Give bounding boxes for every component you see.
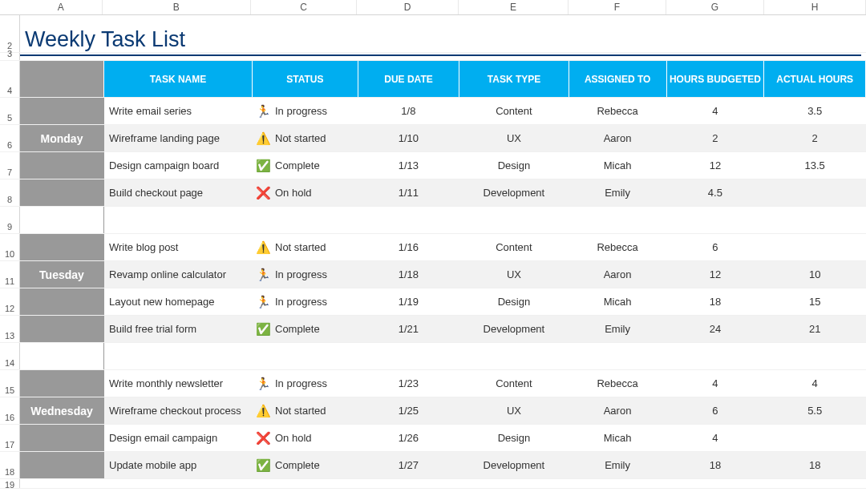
col-header-D[interactable]: D: [357, 0, 459, 14]
cell-assigned-to[interactable]: Micah: [569, 425, 667, 451]
cell-hours-budgeted[interactable]: 18: [666, 452, 764, 478]
cell-due-date[interactable]: 1/27: [358, 452, 460, 478]
row-number[interactable]: 13: [0, 316, 20, 342]
cell-task-type[interactable]: Content: [459, 370, 569, 397]
cell-task-name[interactable]: Update mobile app: [104, 452, 253, 478]
cell-assigned-to[interactable]: Emily: [569, 316, 667, 342]
cell-actual-hours[interactable]: 15: [764, 288, 866, 315]
col-header-E[interactable]: E: [459, 0, 569, 14]
cell-task-name[interactable]: Write email series: [104, 98, 253, 124]
cell-due-date[interactable]: 1/11: [358, 179, 460, 206]
cell-task-type[interactable]: Development: [459, 179, 569, 206]
cell-hours-budgeted[interactable]: 4: [666, 98, 764, 124]
cell-status[interactable]: In progress: [253, 288, 358, 315]
cell-assigned-to[interactable]: Micah: [569, 288, 667, 315]
cell-task-type[interactable]: UX: [459, 261, 569, 288]
cell-hours-budgeted[interactable]: 4: [666, 370, 764, 397]
row-number[interactable]: 17: [0, 425, 20, 451]
cell-task-type[interactable]: Design: [459, 425, 569, 451]
cell-hours-budgeted[interactable]: 4: [666, 425, 764, 451]
th-status[interactable]: STATUS: [253, 61, 358, 97]
cell-due-date[interactable]: 1/8: [358, 98, 460, 124]
cell-task-type[interactable]: Design: [459, 152, 569, 179]
cell-status[interactable]: Not started: [253, 234, 358, 260]
th-task-type[interactable]: TASK TYPE: [459, 61, 569, 97]
cell-status[interactable]: Complete: [253, 452, 358, 478]
cell-actual-hours[interactable]: 10: [764, 261, 866, 288]
row-number[interactable]: 2: [0, 15, 20, 52]
cell-task-type[interactable]: UX: [459, 125, 569, 151]
cell-task-name[interactable]: Design email campaign: [104, 425, 253, 451]
col-header-H[interactable]: H: [764, 0, 866, 14]
cell-status[interactable]: Complete: [253, 152, 358, 179]
row-number[interactable]: 10: [0, 234, 20, 260]
cell-hours-budgeted[interactable]: 18: [666, 288, 764, 315]
cell-assigned-to[interactable]: Emily: [569, 179, 667, 206]
cell-assigned-to[interactable]: Rebecca: [569, 370, 667, 397]
cell-hours-budgeted[interactable]: 6: [666, 234, 764, 260]
cell-task-type[interactable]: Content: [459, 234, 569, 260]
cell-status[interactable]: Not started: [253, 397, 358, 424]
cell-actual-hours[interactable]: 18: [764, 452, 866, 478]
col-header-B[interactable]: B: [103, 0, 252, 14]
row-number[interactable]: 6: [0, 125, 20, 151]
cell-actual-hours[interactable]: [764, 425, 866, 451]
cell-task-type[interactable]: Development: [459, 316, 569, 342]
cell-task-type[interactable]: UX: [459, 397, 569, 424]
row-number[interactable]: 7: [0, 152, 20, 179]
cell-assigned-to[interactable]: Rebecca: [569, 234, 667, 260]
cell-actual-hours[interactable]: 5.5: [764, 397, 866, 424]
cell-task-type[interactable]: Design: [459, 288, 569, 315]
row-number[interactable]: 14: [0, 343, 20, 369]
cell-status[interactable]: In progress: [253, 261, 358, 288]
cell-actual-hours[interactable]: 3.5: [764, 98, 866, 124]
col-header-C[interactable]: C: [251, 0, 357, 14]
cell-status[interactable]: On hold: [253, 179, 358, 206]
row-number[interactable]: 15: [0, 370, 20, 397]
cell-task-name[interactable]: Build free trial form: [104, 316, 253, 342]
row-number[interactable]: 3: [0, 53, 20, 60]
cell-task-name[interactable]: Wireframe landing page: [104, 125, 253, 151]
cell-assigned-to[interactable]: Emily: [569, 452, 667, 478]
row-number[interactable]: 4: [0, 61, 20, 97]
col-header-F[interactable]: F: [569, 0, 666, 14]
cell-task-name[interactable]: Write monthly newsletter: [104, 370, 253, 397]
cell-assigned-to[interactable]: Micah: [569, 152, 667, 179]
cell-actual-hours[interactable]: [764, 179, 866, 206]
cell-status[interactable]: Not started: [253, 125, 358, 151]
cell-due-date[interactable]: 1/10: [358, 125, 460, 151]
cell-actual-hours[interactable]: 4: [764, 370, 866, 397]
row-number[interactable]: 12: [0, 288, 20, 315]
cell-assigned-to[interactable]: Aaron: [569, 261, 667, 288]
cell-due-date[interactable]: 1/21: [358, 316, 460, 342]
cell-status[interactable]: On hold: [253, 425, 358, 451]
cell-task-name[interactable]: Revamp online calculator: [104, 261, 253, 288]
cell-due-date[interactable]: 1/26: [358, 425, 460, 451]
th-hours-budgeted[interactable]: HOURS BUDGETED: [667, 61, 765, 97]
th-assigned-to[interactable]: ASSIGNED TO: [569, 61, 667, 97]
cell-hours-budgeted[interactable]: 6: [666, 397, 764, 424]
cell-task-name[interactable]: Layout new homepage: [104, 288, 253, 315]
cell-hours-budgeted[interactable]: 2: [666, 125, 764, 151]
cell-actual-hours[interactable]: 13.5: [764, 152, 866, 179]
cell-due-date[interactable]: 1/13: [358, 152, 460, 179]
row-number[interactable]: 18: [0, 452, 20, 478]
col-header-A[interactable]: A: [20, 0, 103, 14]
cell-task-name[interactable]: Wireframe checkout process: [104, 397, 253, 424]
cell-actual-hours[interactable]: 2: [764, 125, 866, 151]
cell-status[interactable]: Complete: [253, 316, 358, 342]
th-due-date[interactable]: DUE DATE: [358, 61, 460, 97]
cell-due-date[interactable]: 1/18: [358, 261, 460, 288]
cell-hours-budgeted[interactable]: 24: [666, 316, 764, 342]
cell-hours-budgeted[interactable]: 12: [666, 152, 764, 179]
cell-task-name[interactable]: Build checkout page: [104, 179, 253, 206]
select-all-corner[interactable]: [0, 0, 20, 14]
cell-due-date[interactable]: 1/19: [358, 288, 460, 315]
row-number[interactable]: 11: [0, 261, 20, 288]
row-number[interactable]: 16: [0, 397, 20, 424]
cell-status[interactable]: In progress: [253, 98, 358, 124]
cell-task-name[interactable]: Write blog post: [104, 234, 253, 260]
row-number[interactable]: 19: [0, 479, 20, 488]
col-header-G[interactable]: G: [666, 0, 764, 14]
cell-actual-hours[interactable]: 21: [764, 316, 866, 342]
